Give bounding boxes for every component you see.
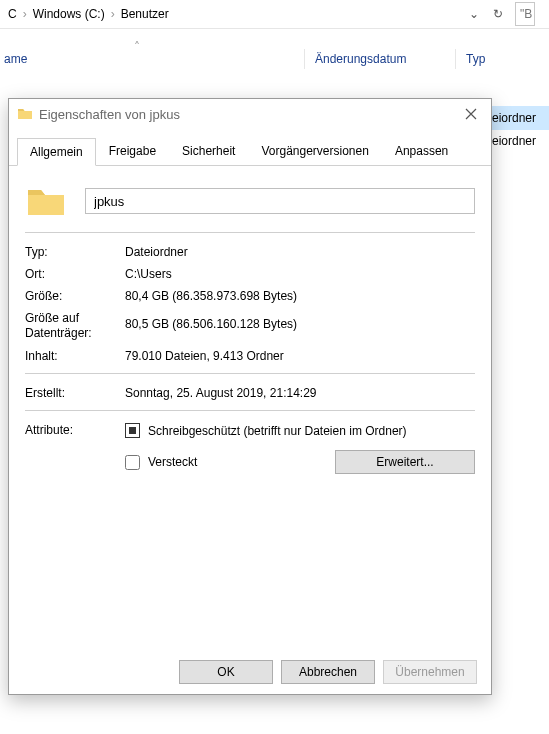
label-contains: Inhalt: xyxy=(25,349,125,363)
file-row-type[interactable]: eiordner xyxy=(488,106,549,130)
dialog-title: Eigenschaften von jpkus xyxy=(39,107,451,122)
tab-general[interactable]: Allgemein xyxy=(17,138,96,166)
value-size-on-disk: 80,5 GB (86.506.160.128 Bytes) xyxy=(125,311,475,331)
value-size: 80,4 GB (86.358.973.698 Bytes) xyxy=(125,289,475,303)
column-headers: ˄ ame Änderungsdatum Typ xyxy=(0,42,549,76)
hidden-checkbox[interactable] xyxy=(125,455,140,470)
chevron-down-icon[interactable]: ⌄ xyxy=(467,7,481,21)
label-size: Größe: xyxy=(25,289,125,303)
refresh-icon[interactable]: ↻ xyxy=(489,7,507,21)
ok-button[interactable]: OK xyxy=(179,660,273,684)
breadcrumb-bar: C › Windows (C:) › Benutzer ⌄ ↻ "B xyxy=(0,0,549,29)
readonly-checkbox[interactable] xyxy=(125,423,140,438)
folder-icon xyxy=(17,106,33,122)
value-location: C:\Users xyxy=(125,267,475,281)
close-button[interactable] xyxy=(451,99,491,129)
file-row-type[interactable]: eiordner xyxy=(488,130,549,152)
properties-dialog: Eigenschaften von jpkus Allgemein Freiga… xyxy=(8,98,492,695)
readonly-checkbox-label: Schreibgeschützt (betrifft nur Dateien i… xyxy=(148,424,407,438)
label-size-on-disk: Größe auf Datenträger: xyxy=(25,311,125,341)
search-input[interactable]: "B xyxy=(515,2,535,26)
tab-panel-general: Typ: Dateiordner Ort: C:\Users Größe: 80… xyxy=(9,166,491,494)
sort-up-icon: ˄ xyxy=(134,40,140,54)
breadcrumb-segment[interactable]: Windows (C:) xyxy=(29,7,109,21)
advanced-button[interactable]: Erweitert... xyxy=(335,450,475,474)
apply-button[interactable]: Übernehmen xyxy=(383,660,477,684)
tab-security[interactable]: Sicherheit xyxy=(169,137,248,165)
folder-icon xyxy=(25,180,67,222)
divider xyxy=(25,410,475,411)
chevron-right-icon: › xyxy=(109,7,117,21)
dialog-button-bar: OK Abbrechen Übernehmen xyxy=(9,650,491,694)
breadcrumb-segment[interactable]: Benutzer xyxy=(117,7,173,21)
tab-sharing[interactable]: Freigabe xyxy=(96,137,169,165)
column-modified[interactable]: Änderungsdatum xyxy=(315,52,455,66)
breadcrumb-segment[interactable]: C xyxy=(4,7,21,21)
label-created: Erstellt: xyxy=(25,386,125,400)
value-created: Sonntag, 25. August 2019, 21:14:29 xyxy=(125,386,475,400)
label-attributes: Attribute: xyxy=(25,423,125,437)
label-location: Ort: xyxy=(25,267,125,281)
column-type[interactable]: Typ xyxy=(466,52,526,66)
value-type: Dateiordner xyxy=(125,245,475,259)
tab-customize[interactable]: Anpassen xyxy=(382,137,461,165)
chevron-right-icon: › xyxy=(21,7,29,21)
value-contains: 79.010 Dateien, 9.413 Ordner xyxy=(125,349,475,363)
cancel-button[interactable]: Abbrechen xyxy=(281,660,375,684)
column-name[interactable]: ame xyxy=(0,52,304,66)
tab-strip: Allgemein Freigabe Sicherheit Vorgängerv… xyxy=(9,137,491,166)
dialog-titlebar[interactable]: Eigenschaften von jpkus xyxy=(9,99,491,129)
label-type: Typ: xyxy=(25,245,125,259)
tab-previous[interactable]: Vorgängerversionen xyxy=(248,137,381,165)
divider xyxy=(25,373,475,374)
folder-name-input[interactable] xyxy=(85,188,475,214)
divider xyxy=(25,232,475,233)
hidden-checkbox-label: Versteckt xyxy=(148,455,197,469)
